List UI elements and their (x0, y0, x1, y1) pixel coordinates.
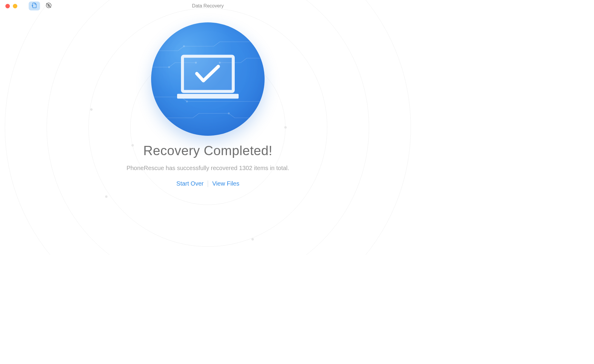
laptop-check-icon (174, 53, 242, 104)
svg-rect-10 (177, 94, 239, 99)
lock-restore-icon (45, 2, 52, 10)
recovery-completed-heading: Recovery Completed! (143, 143, 273, 158)
document-restore-icon (31, 2, 38, 10)
link-divider (208, 181, 208, 187)
svg-line-2 (47, 3, 51, 8)
svg-rect-9 (182, 56, 233, 92)
window-title: Data Recovery (192, 3, 224, 9)
data-recovery-tab[interactable] (29, 1, 40, 10)
toolbar (29, 1, 54, 10)
main-content: Recovery Completed! PhoneRescue has succ… (0, 0, 416, 255)
svg-point-8 (168, 67, 170, 68)
recovery-summary-text: PhoneRescue has successfully recovered 1… (127, 165, 289, 172)
lock-restore-tab[interactable] (43, 1, 54, 10)
title-bar: Data Recovery (0, 0, 416, 12)
start-over-link[interactable]: Start Over (176, 180, 204, 187)
view-files-link[interactable]: View Files (212, 180, 240, 187)
svg-point-7 (228, 113, 230, 114)
svg-point-3 (183, 46, 185, 47)
window-controls (0, 4, 17, 8)
close-window-button[interactable] (5, 4, 10, 8)
hero-illustration (151, 22, 265, 136)
action-links: Start Over View Files (176, 180, 240, 187)
minimize-window-button[interactable] (13, 4, 17, 8)
